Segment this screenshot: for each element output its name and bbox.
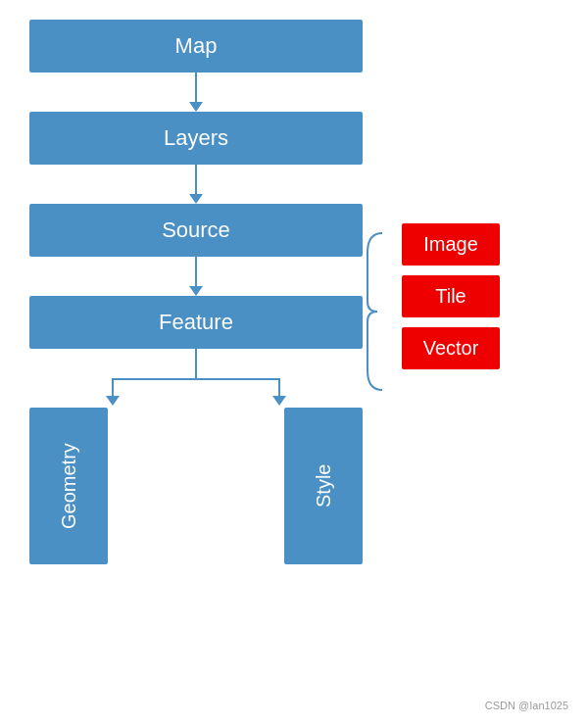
diagram-container: Map Layers Source Feature Geometry Style xyxy=(29,20,363,564)
vert-right-line xyxy=(278,378,280,398)
vert-main-line xyxy=(195,349,197,378)
map-box: Map xyxy=(29,20,363,73)
split-arrows xyxy=(29,349,363,408)
right-section: Image Tile Vector xyxy=(363,223,500,400)
bottom-boxes: Geometry Style xyxy=(29,408,363,564)
side-boxes: Image Tile Vector xyxy=(402,223,500,369)
watermark: CSDN @Ian1025 xyxy=(485,700,568,711)
layers-box: Layers xyxy=(29,112,363,165)
arrow-layers-source xyxy=(29,165,363,204)
feature-box: Feature xyxy=(29,296,363,349)
vector-box: Vector xyxy=(402,327,500,369)
arrow-left-head xyxy=(106,396,120,406)
style-box: Style xyxy=(284,408,363,564)
vert-left-line xyxy=(112,378,114,398)
geometry-box: Geometry xyxy=(29,408,108,564)
tile-box: Tile xyxy=(402,275,500,317)
arrow-source-feature xyxy=(29,257,363,296)
image-box: Image xyxy=(402,223,500,266)
brace-svg xyxy=(363,223,392,400)
horiz-line xyxy=(113,378,279,380)
arrow-right-head xyxy=(272,396,286,406)
arrow-map-layers xyxy=(29,73,363,112)
source-box: Source xyxy=(29,204,363,257)
